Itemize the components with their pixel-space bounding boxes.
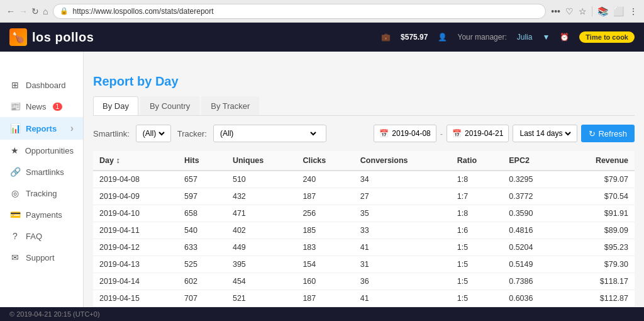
- star-icon[interactable]: ☆: [579, 6, 587, 16]
- cell-conversions: 41: [354, 290, 451, 307]
- date-from-input[interactable]: 📅 2019-04-08: [374, 125, 436, 142]
- cell-day: 2019-04-14: [93, 273, 178, 290]
- col-ratio: Ratio: [451, 151, 502, 171]
- logo-text: los pollos: [32, 30, 94, 45]
- period-dropdown[interactable]: Last 14 days: [517, 128, 573, 138]
- refresh-button[interactable]: ↻ Refresh: [581, 125, 635, 142]
- browser-chrome: ← → ↻ ⌂ 🔒 https://www.lospollos.com/stat…: [0, 0, 644, 23]
- time-to-cook-btn[interactable]: Time to cook: [579, 31, 635, 43]
- cell-conversions: 36: [354, 273, 451, 290]
- browser-nav[interactable]: ← → ↻ ⌂: [6, 6, 48, 16]
- refresh-browser-icon[interactable]: ↻: [31, 6, 39, 16]
- news-badge: 1: [53, 103, 63, 111]
- sidebar-item-support[interactable]: ✉ Support: [0, 247, 83, 268]
- cell-conversions: 27: [354, 188, 451, 205]
- library-icon[interactable]: 📚: [597, 6, 608, 16]
- cell-conversions: 35: [354, 205, 451, 222]
- top-nav: 🍗 los pollos 💼 $575.97 👤 Your manager: J…: [0, 23, 644, 52]
- sidebar-label-news: News: [26, 102, 47, 111]
- tracking-icon: ◎: [9, 188, 21, 198]
- cell-clicks: 183: [296, 239, 353, 256]
- cell-conversions: 34: [354, 171, 451, 188]
- cell-epc2: 0.3295: [502, 171, 562, 188]
- sidebar-item-tracking[interactable]: ◎ Tracking: [0, 183, 83, 204]
- cell-day: 2019-04-09: [93, 188, 178, 205]
- tracker-dropdown[interactable]: (All): [218, 128, 318, 138]
- payments-icon: 💳: [9, 210, 21, 220]
- col-conversions: Conversions: [354, 151, 451, 171]
- tab-by-day[interactable]: By Day: [93, 96, 138, 115]
- date-to-value: 2019-04-21: [465, 129, 503, 138]
- manager-name[interactable]: Julia: [517, 33, 533, 42]
- sidebar-item-smartlinks[interactable]: 🔗 Smartlinks: [0, 161, 83, 183]
- cell-ratio: 1:6: [451, 222, 502, 239]
- sidebar-label-payments: Payments: [26, 210, 62, 220]
- col-day[interactable]: Day ↕: [93, 151, 178, 171]
- smartlink-filter-label: Smartlink:: [93, 129, 130, 138]
- date-to-input[interactable]: 📅 2019-04-21: [447, 125, 509, 142]
- sidebar-label-smartlinks: Smartlinks: [26, 167, 64, 177]
- tab-by-tracker[interactable]: By Tracker: [201, 96, 259, 115]
- url-text: https://www.lospollos.com/stats/daterepo…: [72, 7, 213, 16]
- table-row: 2019-04-12 633 449 183 41 1:5 0.5204 $95…: [93, 239, 635, 256]
- cell-hits: 540: [178, 222, 226, 239]
- cell-hits: 597: [178, 188, 226, 205]
- calendar-from-icon: 📅: [379, 129, 389, 138]
- smartlink-dropdown[interactable]: (All): [140, 128, 167, 138]
- back-icon[interactable]: ←: [6, 6, 15, 16]
- tab-by-country[interactable]: By Country: [140, 96, 199, 115]
- browser-right-icons: ••• ♡ ☆ 📚 ⬜ ⋮: [551, 6, 638, 16]
- opportunities-icon: ★: [9, 145, 20, 155]
- cell-hits: 707: [178, 290, 226, 307]
- cell-ratio: 1:5: [451, 273, 502, 290]
- clock-icon: ⏰: [560, 33, 569, 42]
- col-hits: Hits: [178, 151, 226, 171]
- cell-epc2: 0.7386: [502, 273, 562, 290]
- footer-copyright: © 2019-04-21 20:15 (UTC+0): [9, 310, 100, 318]
- sidebar-item-news[interactable]: 📰 News 1: [0, 96, 83, 117]
- smartlinks-icon: 🔗: [9, 167, 21, 177]
- sidebar-item-reports[interactable]: 📊 Reports: [0, 117, 83, 140]
- more-icon[interactable]: •••: [551, 6, 560, 16]
- cell-uniques: 471: [226, 205, 296, 222]
- cell-epc2: 0.3772: [502, 188, 562, 205]
- cell-revenue: $70.54: [562, 188, 635, 205]
- cell-revenue: $95.23: [562, 239, 635, 256]
- sidebar-item-dashboard[interactable]: ⊞ Dashboard: [0, 74, 83, 96]
- col-clicks: Clicks: [296, 151, 353, 171]
- sidebar-item-payments[interactable]: 💳 Payments: [0, 204, 83, 225]
- col-revenue: Revenue: [562, 151, 635, 171]
- sidebar-label-support: Support: [26, 253, 55, 262]
- sidebar-label-tracking: Tracking: [26, 189, 57, 198]
- cell-day: 2019-04-10: [93, 205, 178, 222]
- sidebar-item-opportunities[interactable]: ★ Opportunities: [0, 140, 83, 161]
- cell-hits: 657: [178, 171, 226, 188]
- forward-icon[interactable]: →: [19, 6, 28, 16]
- cell-uniques: 395: [226, 256, 296, 273]
- cell-epc2: 0.6036: [502, 290, 562, 307]
- sidebar-label-opportunities: Opportunities: [25, 146, 74, 155]
- cell-ratio: 1:5: [451, 239, 502, 256]
- cell-day: 2019-04-15: [93, 290, 178, 307]
- report-table: Day ↕ Hits Uniques Clicks Conversions Ra…: [93, 151, 635, 307]
- dots-menu-icon[interactable]: ⋮: [629, 6, 638, 16]
- sidebar-item-faq[interactable]: ? FAQ: [0, 225, 83, 247]
- cell-clicks: 187: [296, 290, 353, 307]
- dashboard-icon: ⊞: [9, 80, 21, 90]
- cell-revenue: $79.07: [562, 171, 635, 188]
- window-icon[interactable]: ⬜: [613, 6, 624, 16]
- address-bar[interactable]: 🔒 https://www.lospollos.com/stats/datere…: [53, 4, 546, 19]
- heart-icon[interactable]: ♡: [565, 6, 574, 16]
- cell-revenue: $91.91: [562, 205, 635, 222]
- smartlink-select[interactable]: (All): [136, 125, 171, 142]
- cell-day: 2019-04-08: [93, 171, 178, 188]
- cell-revenue: $112.87: [562, 290, 635, 307]
- tracker-select[interactable]: (All): [213, 125, 326, 142]
- home-icon[interactable]: ⌂: [43, 6, 48, 16]
- period-select[interactable]: Last 14 days: [513, 125, 577, 142]
- logo-area: 🍗 los pollos: [9, 28, 94, 46]
- manager-arrow[interactable]: ▼: [542, 33, 550, 42]
- date-range-section: 📅 2019-04-08 - 📅 2019-04-21 Last 14 days…: [374, 125, 635, 142]
- cell-epc2: 0.5204: [502, 239, 562, 256]
- cell-day: 2019-04-12: [93, 239, 178, 256]
